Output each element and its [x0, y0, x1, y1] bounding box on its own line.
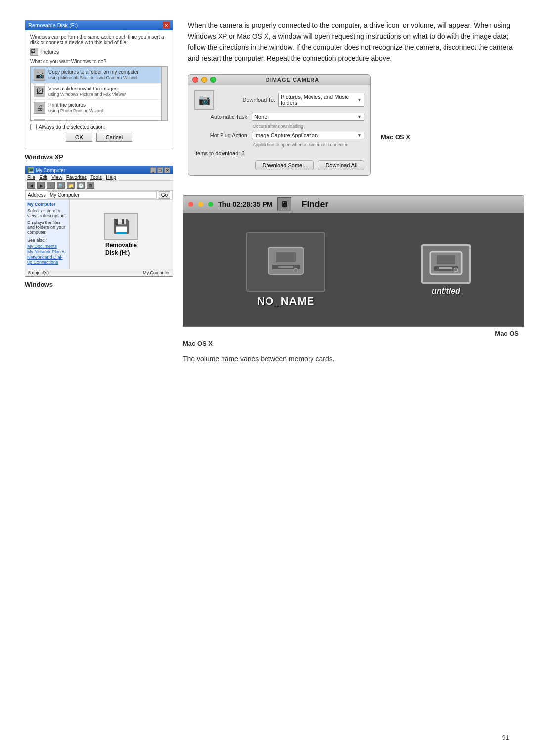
win-sidebar: My Computer Select an item to view its d… [25, 200, 70, 269]
folder-icon: 📁 [34, 119, 45, 121]
svg-point-4 [294, 268, 298, 272]
chevron-down-icon: ▼ [357, 114, 362, 119]
menu-help[interactable]: Help [106, 175, 116, 180]
window-body: My Computer Select an item to view its d… [25, 200, 173, 269]
cancel-button[interactable]: Cancel [96, 133, 132, 142]
slideshow-icon: 🖼 [34, 86, 45, 97]
my-documents-link[interactable]: My Documents [27, 244, 67, 249]
always-do-label: Always do the selected action. [39, 124, 105, 130]
status-bar: 8 object(s) My Computer [25, 269, 173, 276]
left-column: Removable Disk (F:) ✕ Windows can perfor… [25, 20, 183, 288]
my-network-places-link[interactable]: My Network Places [27, 249, 67, 254]
menu-file[interactable]: File [27, 175, 35, 180]
menu-favorites[interactable]: Favorites [66, 175, 87, 180]
mac-titlebar: DIMAGE CAMERA [188, 75, 370, 85]
win-dialog-icon-label: Pictures [41, 49, 59, 55]
address-value[interactable]: My Computer [48, 191, 157, 199]
win-option-list-inner: 📷 Copy pictures to a folder on my comput… [31, 67, 161, 121]
menu-edit[interactable]: Edit [39, 175, 47, 180]
always-do-checkbox-row: Always do the selected action. [30, 124, 168, 130]
menu-view[interactable]: View [51, 175, 62, 180]
bottom-labels-row: Mac OS X [183, 340, 524, 347]
list-item[interactable]: 📷 Copy pictures to a folder on my comput… [31, 67, 161, 84]
option-text-2: View a slideshow of the images using Win… [48, 86, 126, 98]
chevron-down-icon: ▼ [357, 133, 362, 138]
option-text-1: Copy pictures to a folder on my computer… [48, 69, 139, 81]
download-to-select[interactable]: Pictures, Movies, and Music folders ▼ [278, 93, 364, 107]
download-to-value: Pictures, Movies, and Music folders [281, 94, 357, 106]
menu-tools[interactable]: Tools [90, 175, 102, 180]
close-icon[interactable]: ✕ [163, 22, 170, 29]
sidebar-select-text: Select an item to view its description. [27, 208, 67, 218]
mac-dimage-dialog: DIMAGE CAMERA 📷 Download To: Pictures, M… [188, 74, 371, 176]
list-item[interactable]: 🖼 View a slideshow of the images using W… [31, 84, 161, 100]
volume-note: The volume name varies between memory ca… [183, 355, 524, 363]
label-macos: Mac OS [495, 330, 519, 337]
mac-minimize-button[interactable] [201, 77, 207, 83]
windows-xp-dialog: Removable Disk (F:) ✕ Windows can perfor… [25, 20, 173, 149]
hot-plug-select[interactable]: Image Capture Application ▼ [252, 132, 364, 139]
views-icon[interactable]: ⊞ [87, 182, 94, 189]
win-dialog-question: What do you want Windows to do? [30, 59, 168, 64]
mac-desktop-container: Thu 02:28:35 PM 🖥 Finder NO_NAME [183, 195, 524, 363]
removable-disk-label: Removable Disk (H:) [105, 242, 137, 256]
my-computer-titlebar: 💻 My Computer _ □ ✕ [25, 166, 173, 174]
list-item[interactable]: 📁 Open folder to view files using Window… [31, 117, 161, 121]
hot-plug-label: Hot Plug Action: [194, 133, 249, 138]
my-computer-title: My Computer [36, 168, 65, 173]
win-option-list: 📷 Copy pictures to a folder on my comput… [30, 66, 168, 121]
my-computer-window: 💻 My Computer _ □ ✕ File Edit View Favor… [25, 166, 173, 277]
svg-rect-3 [276, 252, 296, 262]
svg-point-9 [454, 268, 458, 272]
finder-icon: 🖥 [277, 197, 291, 211]
forward-icon[interactable]: ▶ [37, 182, 45, 189]
close-button[interactable]: ✕ [164, 167, 170, 173]
option-text-3: Print the pictures using Photo Printing … [48, 102, 103, 114]
list-item[interactable]: 🖨 Print the pictures using Photo Printin… [31, 100, 161, 117]
untitled-disk-icon [421, 244, 471, 284]
address-label: Address [28, 192, 46, 198]
mac-dialog-body: 📷 Download To: Pictures, Movies, and Mus… [188, 85, 370, 175]
sidebar-title: My Computer [27, 202, 67, 207]
print-icon: 🖨 [34, 102, 45, 114]
go-button[interactable]: Go [159, 191, 170, 199]
always-do-checkbox[interactable] [30, 124, 37, 130]
chevron-down-icon: ▼ [357, 97, 362, 102]
toolbar: ◀ ▶ ↑ 🔍 📁 🕐 ⊞ [25, 181, 173, 190]
minimize-button[interactable]: _ [150, 167, 156, 173]
svg-rect-2 [278, 266, 293, 268]
up-icon[interactable]: ↑ [47, 182, 55, 189]
network-connections-link[interactable]: Network and Dial-up Connections [27, 255, 67, 265]
page-number: 91 [502, 734, 509, 741]
no-name-label: NO_NAME [257, 295, 314, 308]
hot-plug-value: Image Capture Application [254, 133, 318, 138]
maximize-button[interactable]: □ [157, 167, 163, 173]
ok-button[interactable]: OK [66, 133, 92, 142]
finder-label: Finder [301, 199, 328, 210]
mac-close-button[interactable] [192, 77, 198, 83]
folders-icon[interactable]: 📁 [67, 182, 75, 189]
removable-disk-icon: 💾 [104, 213, 138, 240]
mac-maximize-button[interactable] [210, 77, 216, 83]
scrollbar[interactable] [161, 67, 167, 120]
no-name-volume: NO_NAME [236, 232, 335, 308]
sidebar-other-text: Displays the files and folders on your c… [27, 220, 67, 235]
search-icon[interactable]: 🔍 [57, 182, 65, 189]
auto-task-row: Automatic Task: None ▼ [194, 113, 364, 121]
auto-task-select[interactable]: None ▼ [252, 113, 364, 121]
back-icon[interactable]: ◀ [27, 182, 35, 189]
mac-button-row: Download Some... Download All [194, 160, 364, 170]
win-dialog-title: Removable Disk (F:) [28, 22, 78, 28]
label-macosx-bottom: Mac OS X [183, 340, 213, 347]
history-icon[interactable]: 🕐 [77, 182, 85, 189]
mac-dialog-title: DIMAGE CAMERA [219, 77, 366, 83]
download-some-button[interactable]: Download Some... [255, 160, 314, 170]
win-dialog-titlebar: Removable Disk (F:) ✕ [25, 20, 173, 30]
option-text-4: Open folder to view files using Windows … [48, 119, 101, 121]
untitled-volume: untitled [421, 244, 471, 296]
mac-max-dot-icon [208, 202, 213, 207]
download-all-button[interactable]: Download All [318, 160, 364, 170]
mac-desktop-area: NO_NAME untitled Mac OS [183, 213, 524, 327]
items-to-download-label: Items to download: 3 [194, 150, 245, 156]
win-dialog-body: Windows can perform the same action each… [25, 30, 173, 149]
